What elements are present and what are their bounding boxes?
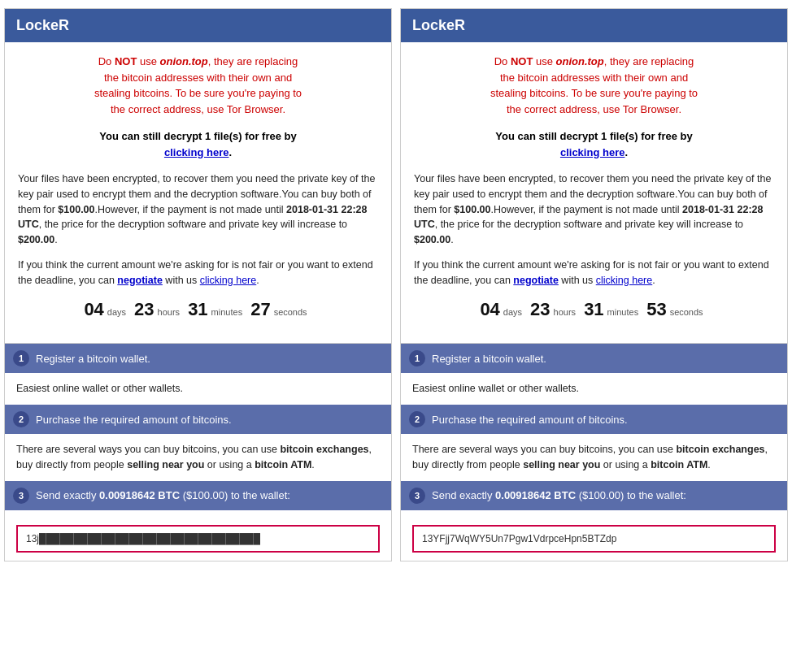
right-decrypt-link[interactable]: clicking here <box>560 146 624 158</box>
left-step2-title: Purchase the required amount of bitcoins… <box>36 414 232 426</box>
right-panel-header: LockeR <box>401 9 787 42</box>
left-seconds-num: 27 <box>250 299 270 320</box>
left-decrypt-text: You can still decrypt 1 file(s) for free… <box>18 128 378 160</box>
left-clicking-link[interactable]: clicking here <box>200 275 256 286</box>
right-minutes-num: 31 <box>584 299 603 320</box>
right-hours-label: hours <box>554 307 577 317</box>
right-panel-body: Do NOT use onion.top, they are replacing… <box>401 42 787 343</box>
right-step1-header: 1 Register a bitcoin wallet. <box>401 344 787 373</box>
right-step3-number: 3 <box>409 488 425 504</box>
right-days-label: days <box>503 307 522 317</box>
left-step1-content: Easiest online wallet or other wallets. <box>5 373 391 405</box>
right-body1: Your files have been encrypted, to recov… <box>414 171 774 248</box>
left-step2-content: There are several ways you can buy bitco… <box>5 434 391 481</box>
left-step3-content: 13j████████████████████████████████ <box>5 510 391 561</box>
right-step1-number: 1 <box>409 350 425 366</box>
right-step1-title: Register a bitcoin wallet. <box>432 353 546 365</box>
left-minutes-num: 31 <box>188 299 207 320</box>
right-panel: LockeR Do NOT use onion.top, they are re… <box>400 8 788 561</box>
right-negotiate: If you think the current amount we're as… <box>414 258 774 288</box>
right-step1-content: Easiest online wallet or other wallets. <box>401 373 787 405</box>
main-container: LockeR Do NOT use onion.top, they are re… <box>0 0 792 570</box>
right-minutes-label: minutes <box>607 307 639 317</box>
right-seconds-num: 53 <box>646 299 666 320</box>
right-clicking-link[interactable]: clicking here <box>596 275 652 286</box>
left-days-num: 04 <box>84 299 103 320</box>
left-warning: Do NOT use onion.top, they are replacing… <box>18 54 378 117</box>
left-step3-header: 3 Send exactly 0.00918642 BTC ($100.00) … <box>5 481 391 510</box>
right-warning-site: onion.top <box>556 55 604 67</box>
left-countdown: 04 days 23 hours 31 minutes 27 seconds <box>18 299 378 320</box>
right-seconds-label: seconds <box>670 307 703 317</box>
left-days-label: days <box>107 307 126 317</box>
right-step3-title: Send exactly 0.00918642 BTC ($100.00) to… <box>432 489 686 501</box>
left-step1-number: 1 <box>13 350 29 366</box>
left-panel: LockeR Do NOT use onion.top, they are re… <box>4 8 392 561</box>
left-wallet-address: 13j████████████████████████████████ <box>16 525 380 553</box>
left-minutes-label: minutes <box>211 307 243 317</box>
right-decrypt-text: You can still decrypt 1 file(s) for free… <box>414 128 774 160</box>
left-negotiate-link[interactable]: negotiate <box>117 275 163 286</box>
left-step3-title: Send exactly 0.00918642 BTC ($100.00) to… <box>36 489 290 501</box>
right-steps: 1 Register a bitcoin wallet. Easiest onl… <box>401 343 787 560</box>
right-hours-num: 23 <box>530 299 550 320</box>
left-seconds-label: seconds <box>274 307 307 317</box>
left-step2-header: 2 Purchase the required amount of bitcoi… <box>5 405 391 434</box>
right-countdown: 04 days 23 hours 31 minutes 53 seconds <box>414 299 774 320</box>
left-step1-title: Register a bitcoin wallet. <box>36 353 150 365</box>
right-step3-header: 3 Send exactly 0.00918642 BTC ($100.00) … <box>401 481 787 510</box>
right-warning-not: NOT <box>511 55 533 67</box>
right-days-num: 04 <box>480 299 499 320</box>
right-step2-title: Purchase the required amount of bitcoins… <box>432 414 628 426</box>
right-warning: Do NOT use onion.top, they are replacing… <box>414 54 774 117</box>
left-body1: Your files have been encrypted, to recov… <box>18 171 378 248</box>
left-panel-body: Do NOT use onion.top, they are replacing… <box>5 42 391 343</box>
right-negotiate-link[interactable]: negotiate <box>513 275 559 286</box>
right-step2-header: 2 Purchase the required amount of bitcoi… <box>401 405 787 434</box>
left-step2-number: 2 <box>13 411 29 427</box>
left-negotiate: If you think the current amount we're as… <box>18 258 378 288</box>
left-decrypt-link[interactable]: clicking here <box>164 146 228 158</box>
left-steps: 1 Register a bitcoin wallet. Easiest onl… <box>5 343 391 560</box>
left-step1-header: 1 Register a bitcoin wallet. <box>5 344 391 373</box>
left-warning-not: NOT <box>115 55 137 67</box>
left-hours-num: 23 <box>134 299 154 320</box>
right-step2-content: There are several ways you can buy bitco… <box>401 434 787 481</box>
left-hours-label: hours <box>158 307 181 317</box>
right-wallet-address: 13YFjj7WqWY5Un7Pgw1VdrpceHpn5BTZdp <box>412 525 776 553</box>
right-step3-content: 13YFjj7WqWY5Un7Pgw1VdrpceHpn5BTZdp <box>401 510 787 561</box>
left-step3-number: 3 <box>13 488 29 504</box>
left-warning-site: onion.top <box>160 55 208 67</box>
right-step2-number: 2 <box>409 411 425 427</box>
left-panel-header: LockeR <box>5 9 391 42</box>
